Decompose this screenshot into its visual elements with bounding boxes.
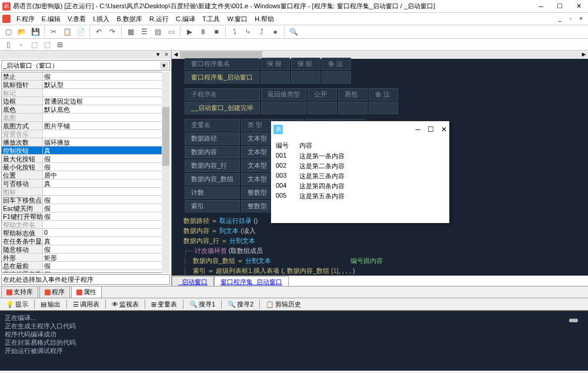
search1-button[interactable]: 🔍搜寻1 (186, 299, 219, 310)
editor-tab[interactable]: 窗口程序集_启动窗口 (214, 276, 289, 286)
property-row[interactable]: 鼠标指针默认型 (2, 81, 169, 89)
property-value[interactable]: 假 (43, 155, 169, 162)
mdi-close-icon[interactable]: × (576, 14, 586, 22)
editor-tab[interactable]: _启动窗口 (172, 276, 214, 286)
tb-icon[interactable]: ☰ (138, 26, 150, 38)
menu-item[interactable]: R.运行 (146, 14, 172, 25)
output-button[interactable]: ▤输出 (37, 299, 64, 310)
property-row[interactable]: 可否移动真 (2, 179, 169, 188)
property-value[interactable]: 假 (43, 204, 169, 212)
property-value[interactable]: 假 (43, 270, 169, 273)
run-icon[interactable]: ▶ (183, 26, 195, 38)
menu-item[interactable]: T.工具 (199, 14, 224, 25)
step-into-icon[interactable]: ⤷ (242, 26, 254, 38)
property-row[interactable]: 标记 (2, 89, 169, 97)
property-row[interactable]: 禁止假 (2, 72, 169, 81)
menu-item[interactable]: F.程序 (13, 14, 38, 25)
output-panel[interactable]: ••• 正在编译...正在生成主程序入口代码程序代码编译成功正在封装易格式目的代… (0, 311, 588, 371)
menu-item[interactable]: V.查看 (64, 14, 89, 25)
calltable-button[interactable]: ☰调用表 (69, 299, 103, 310)
property-value[interactable]: 真 (43, 146, 169, 154)
property-row[interactable]: 控制按钮真 (2, 146, 169, 155)
property-row[interactable]: 回车下移焦点假 (2, 196, 169, 204)
property-row[interactable]: 总在最前假 (2, 262, 169, 270)
menu-item[interactable]: W.窗口 (223, 14, 251, 25)
menu-item[interactable]: E.编辑 (38, 14, 64, 25)
align-icon[interactable]: ▯ (2, 39, 14, 51)
watch-button[interactable]: 👁监视表 (108, 299, 142, 310)
property-row[interactable]: 保持标题条激活假 (2, 270, 169, 273)
breakpoint-icon[interactable]: ● (269, 26, 281, 38)
list-item[interactable]: 003这是第三条内容 (271, 171, 449, 181)
scroll-thumb[interactable] (180, 51, 262, 58)
cliphistory-button[interactable]: 📋剪辑历史 (262, 299, 305, 310)
property-row[interactable]: 帮助文件名 (2, 221, 169, 229)
property-row[interactable]: 帮助标志值0 (2, 229, 169, 237)
editor-hscroll[interactable]: ◄ ► (172, 51, 588, 59)
object-selector[interactable]: _启动窗口（窗口） ▾ (1, 60, 170, 71)
panel-menu-icon[interactable]: ▾ (155, 51, 162, 59)
property-row[interactable]: 底色默认底色 (2, 105, 169, 114)
scroll-thumb[interactable] (162, 107, 169, 166)
property-row[interactable]: 播放次数循环播放 (2, 138, 169, 146)
event-selector[interactable]: 在此处选择加入事件处理子程序 (1, 274, 170, 285)
menu-item[interactable]: H.帮助 (251, 14, 278, 25)
redo-icon[interactable]: ↷ (106, 26, 118, 38)
tab-support-lib[interactable]: 支持库 (1, 286, 38, 298)
scrollbar-vertical[interactable] (162, 72, 170, 273)
maximize-button[interactable]: ☐ (553, 1, 567, 12)
property-row[interactable]: 外形矩形 (2, 254, 169, 262)
property-row[interactable]: 在任务条中显示真 (2, 237, 169, 245)
close-button[interactable]: ✕ (572, 1, 586, 12)
hint-button[interactable]: 💡提示 (2, 299, 32, 310)
property-value[interactable] (43, 114, 169, 121)
mdi-min-icon[interactable]: _ (555, 14, 564, 22)
cut-icon[interactable]: ✂ (48, 26, 59, 38)
property-value[interactable]: 假 (43, 212, 169, 220)
search2-button[interactable]: 🔍搜寻2 (224, 299, 257, 310)
property-value[interactable]: 真 (43, 179, 169, 187)
vartable-button[interactable]: ⊞变量表 (148, 299, 181, 310)
property-row[interactable]: 随意移动假 (2, 245, 169, 254)
pause-icon[interactable]: ⏸ (197, 26, 209, 38)
property-value[interactable]: 默认底色 (43, 105, 169, 113)
property-row[interactable]: 位置居中 (2, 171, 169, 179)
property-grid[interactable]: 禁止假鼠标指针默认型标记边框普通固定边框底色默认底色底图底图方式图片平铺背景音乐… (1, 72, 170, 273)
property-value[interactable] (43, 188, 169, 195)
list-item[interactable]: 001这是第一条内容 (271, 151, 449, 161)
menu-item[interactable]: C.编译 (172, 14, 199, 25)
tb-icon[interactable]: ▤ (152, 26, 163, 38)
property-value[interactable] (43, 221, 169, 228)
tb-icon[interactable]: ▦ (125, 26, 136, 38)
property-value[interactable]: 矩形 (43, 254, 169, 261)
menu-item[interactable]: I.插入 (89, 14, 113, 25)
step-out-icon[interactable]: ⤴ (256, 26, 268, 38)
copy-icon[interactable]: 📋 (61, 26, 73, 38)
minimize-button[interactable]: ─ (534, 1, 548, 12)
property-row[interactable]: 边框普通固定边框 (2, 97, 169, 105)
property-value[interactable] (43, 130, 169, 138)
property-value[interactable] (43, 89, 169, 96)
tab-program[interactable]: 程序 (39, 286, 70, 298)
property-value[interactable]: 假 (43, 196, 169, 204)
property-row[interactable]: F1键打开帮助假 (2, 212, 169, 221)
property-value[interactable]: 假 (43, 163, 169, 171)
new-icon[interactable]: ▢ (2, 26, 14, 38)
property-value[interactable]: 0 (43, 229, 169, 237)
property-value[interactable]: 假 (43, 72, 169, 80)
undo-icon[interactable]: ↶ (93, 26, 105, 38)
property-value[interactable]: 假 (43, 262, 169, 269)
property-value[interactable]: 循环播放 (43, 138, 169, 146)
save-icon[interactable]: 💾 (29, 26, 41, 38)
property-row[interactable]: 底图 (2, 114, 169, 122)
menu-item[interactable]: B.数据库 (113, 14, 145, 25)
popup-close-button[interactable]: ✕ (441, 125, 447, 134)
list-item[interactable]: 005这是第五条内容 (271, 191, 449, 201)
chevron-down-icon[interactable]: ▾ (160, 62, 168, 69)
panel-close-icon[interactable]: × (163, 51, 170, 59)
paste-icon[interactable]: 📄 (75, 26, 86, 38)
align-icon[interactable]: ⊞ (54, 39, 66, 51)
property-row[interactable]: 图标 (2, 188, 169, 196)
stop-icon[interactable]: ■ (211, 26, 222, 38)
property-row[interactable]: 底图方式图片平铺 (2, 122, 169, 130)
